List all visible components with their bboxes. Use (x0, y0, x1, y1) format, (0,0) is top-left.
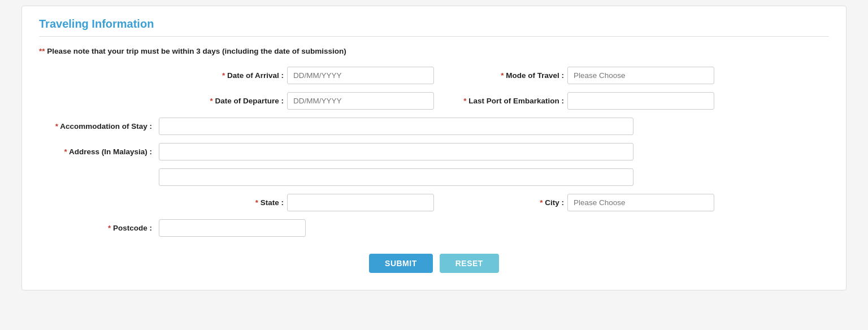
port-field-group: * Last Port of Embarkation : SINGAPORE (434, 92, 829, 110)
port-input[interactable]: SINGAPORE (567, 92, 714, 110)
notice-text: Please note that your trip must be withi… (47, 47, 346, 55)
port-label: * Last Port of Embarkation : (451, 97, 564, 105)
accommodation-input[interactable]: HOTEL/MOTEL/REST HOUSE (159, 118, 633, 135)
departure-input[interactable] (287, 92, 434, 110)
divider (39, 36, 829, 37)
row-address1: * Address (In Malaysia) : (39, 143, 829, 160)
city-input[interactable] (567, 194, 714, 211)
state-label: * State : (193, 198, 284, 207)
notice-asterisk: ** (39, 47, 45, 55)
city-field-group: * City : (434, 194, 829, 211)
row-departure-port: * Date of Departure : * Last Port of Emb… (39, 92, 829, 110)
arrival-field-group: * Date of Arrival : (39, 67, 434, 84)
postcode-label: * Postcode : (39, 224, 152, 232)
state-input[interactable]: WP KUALA LUMPUR (287, 194, 434, 211)
arrival-input[interactable] (287, 67, 434, 84)
city-label: * City : (451, 198, 564, 207)
address2-input[interactable] (159, 168, 633, 186)
postcode-input[interactable] (159, 219, 306, 237)
departure-label: * Date of Departure : (193, 97, 284, 105)
arrival-label: * Date of Arrival : (193, 71, 284, 80)
row-state-city: * State : WP KUALA LUMPUR * City : (39, 194, 829, 211)
mode-label: * Mode of Travel : (451, 71, 564, 80)
form-card: Traveling Information ** Please note tha… (21, 6, 847, 290)
departure-field-group: * Date of Departure : (39, 92, 434, 110)
state-field-group: * State : WP KUALA LUMPUR (39, 194, 434, 211)
address-input[interactable] (159, 143, 633, 160)
reset-button[interactable]: RESET (440, 254, 499, 273)
mode-input[interactable] (567, 67, 714, 84)
accommodation-label: * Accommodation of Stay : (39, 122, 152, 131)
form-grid: * Date of Arrival : * Mode of Travel : *… (39, 67, 829, 237)
submit-button[interactable]: SUBMIT (369, 254, 433, 273)
buttons-row: SUBMIT RESET (39, 254, 829, 273)
address-label: * Address (In Malaysia) : (39, 147, 152, 156)
row-accommodation: * Accommodation of Stay : HOTEL/MOTEL/RE… (39, 118, 829, 135)
section-title: Traveling Information (39, 18, 829, 31)
notice: ** Please note that your trip must be wi… (39, 47, 829, 55)
row-address2 (39, 168, 829, 186)
row-postcode: * Postcode : (39, 219, 829, 237)
mode-field-group: * Mode of Travel : (434, 67, 829, 84)
row-arrival-mode: * Date of Arrival : * Mode of Travel : (39, 67, 829, 84)
